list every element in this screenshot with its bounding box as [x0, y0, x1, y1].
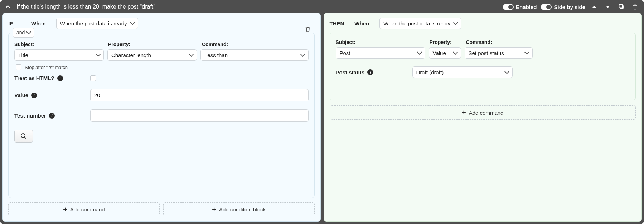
caret-down-icon: [605, 4, 610, 9]
duplicate-button[interactable]: [617, 2, 626, 11]
test-number-input[interactable]: [90, 109, 309, 122]
if-add-condition-block-label: Add condition block: [219, 206, 266, 213]
then-when-label: When:: [354, 20, 371, 26]
enabled-toggle[interactable]: Enabled: [503, 4, 537, 10]
then-when-select[interactable]: When the post data is ready: [379, 18, 461, 29]
then-add-command-button[interactable]: + Add command: [330, 105, 636, 120]
info-icon[interactable]: i: [367, 69, 373, 75]
if-when-label: When:: [31, 20, 48, 26]
group-operator-value: and: [16, 30, 25, 35]
property-label: Property:: [108, 41, 198, 47]
if-add-condition-block-button[interactable]: + Add condition block: [163, 202, 315, 216]
then-subject-value: Post: [340, 50, 350, 56]
then-command-value: Set post status: [469, 50, 504, 56]
then-heading: THEN:: [330, 20, 346, 26]
if-property-select[interactable]: Character length: [107, 49, 197, 61]
stop-after-first-match-label: Stop after first match: [25, 65, 68, 70]
plus-icon: +: [63, 206, 67, 213]
trash-icon: [632, 4, 638, 10]
side-by-side-label: Side by side: [554, 4, 585, 10]
rule-title: If the title's length is less than 20, m…: [16, 4, 155, 10]
then-selects-row: Post Value Set post status: [336, 47, 630, 59]
treat-as-html-checkbox[interactable]: [90, 75, 96, 81]
search-icon: [20, 133, 27, 140]
panes: IF: When: When the post data is ready an…: [2, 13, 642, 222]
condition-card: Subject: Property: Command: Title Charac…: [8, 33, 315, 198]
move-down-button[interactable]: [603, 2, 612, 11]
if-property-value: Character length: [111, 52, 151, 58]
then-pane: THEN: When: When the post data is ready …: [324, 13, 642, 222]
if-subject-select[interactable]: Title: [14, 49, 104, 61]
value-label: Value: [14, 92, 28, 98]
if-subject-value: Title: [18, 52, 28, 58]
enabled-label: Enabled: [516, 4, 537, 10]
plus-icon: +: [212, 206, 216, 213]
if-add-buttons: + Add command + Add condition block: [8, 202, 315, 216]
stop-after-first-match-row: Stop after first match: [16, 64, 309, 70]
if-when-select[interactable]: When the post data is ready: [56, 18, 138, 29]
then-property-select[interactable]: Value: [429, 47, 461, 59]
stop-after-first-match-checkbox[interactable]: [16, 64, 21, 70]
svg-line-3: [25, 137, 26, 139]
treat-as-html-label: Treat as HTML?: [14, 75, 54, 81]
then-command-select[interactable]: Set post status: [465, 47, 533, 59]
then-pane-header: THEN: When: When the post data is ready: [330, 18, 636, 29]
if-labels-row: Subject: Property: Command:: [14, 41, 309, 47]
command-label: Command:: [202, 41, 309, 47]
post-status-label: Post status: [336, 69, 365, 75]
collapse-toggle[interactable]: [4, 3, 12, 11]
then-subject-select[interactable]: Post: [336, 47, 425, 59]
then-add-buttons: + Add command: [330, 105, 636, 120]
if-when-value: When the post data is ready: [60, 20, 127, 26]
then-property-value: Value: [433, 50, 446, 56]
value-input[interactable]: [90, 89, 309, 101]
subject-label: Subject:: [14, 41, 104, 47]
then-add-command-label: Add command: [469, 110, 504, 116]
preview-button[interactable]: [14, 130, 33, 143]
if-pane: IF: When: When the post data is ready an…: [2, 13, 321, 222]
if-command-select[interactable]: Less than: [200, 49, 309, 61]
delete-button[interactable]: [630, 2, 640, 11]
plus-icon: +: [462, 109, 466, 116]
then-labels-row: Subject: Property: Command:: [336, 39, 630, 45]
then-subject-label: Subject:: [336, 39, 425, 45]
if-add-command-button[interactable]: + Add command: [8, 202, 160, 216]
trash-icon: [305, 26, 311, 33]
toggle-switch-icon: [541, 4, 552, 10]
test-number-row: Test number i: [14, 109, 309, 122]
if-pane-header: IF: When: When the post data is ready: [8, 18, 315, 29]
then-property-label: Property:: [430, 39, 462, 45]
rule-editor: If the title's length is less than 20, m…: [0, 0, 644, 224]
caret-up-icon: [592, 4, 597, 9]
if-command-value: Less than: [204, 52, 228, 58]
group-operator-select[interactable]: and: [13, 28, 34, 38]
title-bar: If the title's length is less than 20, m…: [2, 2, 642, 13]
side-by-side-toggle[interactable]: Side by side: [541, 4, 585, 10]
then-command-label: Command:: [466, 39, 534, 45]
then-when-value: When the post data is ready: [383, 20, 450, 26]
post-status-row: Post status i Draft (draft): [336, 66, 630, 78]
copy-icon: [619, 4, 624, 10]
if-add-command-label: Add command: [70, 206, 105, 213]
test-number-label: Test number: [14, 113, 46, 119]
info-icon[interactable]: i: [49, 113, 55, 119]
svg-rect-1: [619, 5, 623, 8]
treat-as-html-row: Treat as HTML? i: [14, 75, 309, 81]
toggle-switch-icon: [503, 4, 514, 10]
post-status-select[interactable]: Draft (draft): [412, 66, 513, 78]
chevron-up-icon: [5, 4, 11, 10]
post-status-value: Draft (draft): [416, 69, 444, 75]
action-card: Subject: Property: Command: Post Value S…: [330, 33, 636, 100]
if-heading: IF:: [8, 20, 23, 26]
value-row: Value i: [14, 89, 309, 101]
info-icon[interactable]: i: [57, 75, 63, 81]
info-icon[interactable]: i: [31, 93, 37, 98]
move-up-button[interactable]: [590, 2, 599, 11]
if-selects-row: Title Character length Less than: [14, 49, 309, 61]
